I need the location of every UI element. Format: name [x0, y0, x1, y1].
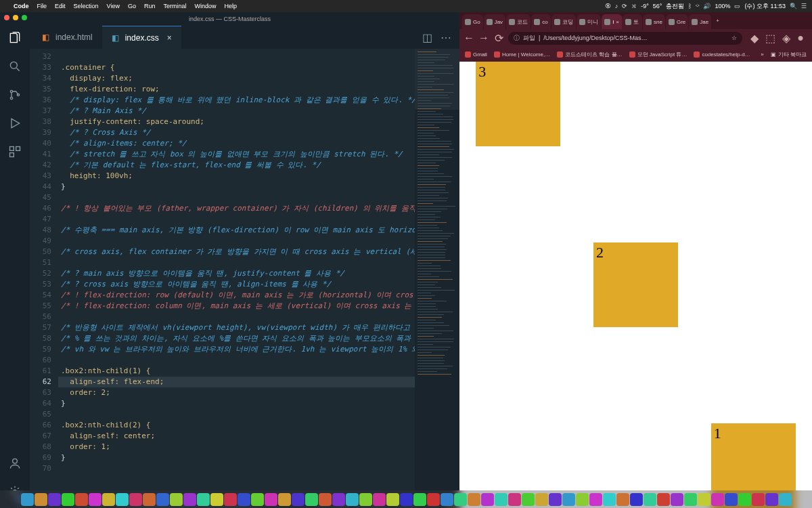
dock-app-icon[interactable] — [644, 493, 656, 506]
extension-icon[interactable]: ⬚ — [765, 32, 775, 45]
minimap[interactable] — [415, 49, 459, 494]
dock-app-icon[interactable] — [576, 493, 589, 506]
dock-app-icon[interactable] — [495, 493, 508, 506]
status-icon[interactable]: ♪ — [615, 3, 618, 9]
code-content[interactable]: .container { display: flex; flex-directi… — [58, 49, 459, 494]
dock-app-icon[interactable] — [413, 493, 426, 506]
dock-app-icon[interactable] — [373, 493, 386, 506]
dock-app-icon[interactable] — [332, 493, 345, 506]
run-debug-icon[interactable] — [8, 117, 22, 133]
dock-app-icon[interactable] — [170, 493, 183, 506]
dock-app-icon[interactable] — [779, 493, 792, 506]
menu-run[interactable]: Run — [144, 3, 156, 9]
back-button[interactable]: ← — [464, 33, 474, 43]
close-window-icon[interactable] — [4, 15, 9, 20]
dock-app-icon[interactable] — [589, 493, 602, 506]
wifi-icon[interactable]: ⌔ — [696, 3, 699, 9]
browser-tab[interactable]: 미니 — [577, 14, 602, 29]
search-icon[interactable] — [8, 60, 22, 76]
shuffle-icon[interactable]: ⤭ — [631, 3, 637, 9]
dock-app-icon[interactable] — [116, 493, 129, 506]
menu-terminal[interactable]: Terminal — [163, 3, 186, 9]
dock-app-icon[interactable] — [183, 493, 196, 506]
code-editor[interactable]: 3233343536373839404142434445464748495051… — [30, 49, 459, 494]
dock-app-icon[interactable] — [765, 493, 778, 506]
dock-app-icon[interactable] — [698, 493, 710, 506]
dock-app-icon[interactable] — [102, 493, 115, 506]
menu-go[interactable]: Go — [128, 3, 136, 9]
dock-app-icon[interactable] — [251, 493, 264, 506]
dock-app-icon[interactable] — [62, 493, 74, 506]
menu-window[interactable]: Window — [194, 3, 216, 9]
source-control-icon[interactable] — [8, 88, 22, 104]
bookmarks-overflow-icon[interactable]: » — [761, 51, 763, 58]
dock-app-icon[interactable] — [454, 493, 467, 506]
dock-app-icon[interactable] — [21, 493, 34, 506]
clock[interactable]: (수) 오후 11:53 — [744, 2, 786, 11]
dock-app-icon[interactable] — [197, 493, 210, 506]
explorer-icon[interactable] — [8, 31, 22, 47]
dock-app-icon[interactable] — [319, 493, 332, 506]
outdoor-temp[interactable]: 56° — [653, 3, 662, 9]
dock-app-icon[interactable] — [75, 493, 88, 506]
forward-button[interactable]: → — [478, 33, 489, 43]
browser-tab[interactable]: co — [531, 14, 551, 29]
address-bar[interactable]: ⓘ 파일 | /Users/teddyjung/Desktop/CSS-Mas…… — [508, 32, 742, 45]
volume-icon[interactable]: 🔊 — [703, 3, 710, 9]
close-tab-icon[interactable]: × — [616, 19, 619, 25]
dock-app-icon[interactable] — [468, 493, 480, 506]
star-icon[interactable]: ☆ — [731, 35, 737, 41]
bookmark-item[interactable]: ▣기타 북마크 — [771, 51, 807, 58]
extensions-icon[interactable] — [8, 145, 22, 161]
bookmark-item[interactable]: 모던 JavaScript 튜… — [629, 51, 687, 58]
new-tab-button[interactable]: + — [712, 18, 723, 24]
bookmark-item[interactable]: codestates/help-d… — [694, 51, 750, 58]
dock-app-icon[interactable] — [522, 493, 535, 506]
dock-app-icon[interactable] — [359, 493, 372, 506]
charging-label[interactable]: 충전됨 — [666, 2, 684, 11]
dock-app-icon[interactable] — [305, 493, 318, 506]
dock-app-icon[interactable] — [156, 493, 169, 506]
browser-tab[interactable]: 코드 — [506, 14, 531, 29]
dock-app-icon[interactable] — [441, 493, 453, 506]
more-actions-icon[interactable]: ⋯ — [441, 31, 451, 44]
spotlight-icon[interactable]: 🔍 — [790, 3, 797, 9]
menu-help[interactable]: Help — [224, 3, 237, 9]
bookmark-item[interactable]: Gmail — [465, 51, 487, 58]
reload-button[interactable]: ⟳ — [493, 33, 504, 43]
split-editor-icon[interactable]: ◫ — [422, 31, 432, 44]
dock-app-icon[interactable] — [400, 493, 413, 506]
macos-dock[interactable] — [0, 490, 812, 508]
bookmark-item[interactable]: 코드스테이츠 학습 플… — [557, 51, 622, 58]
battery-icon[interactable]: ▭ — [734, 3, 740, 9]
status-icon[interactable]: ⟳ — [622, 3, 627, 9]
dock-app-icon[interactable] — [481, 493, 494, 506]
control-center-icon[interactable]: ☰ — [801, 3, 807, 9]
profile-avatar[interactable]: ● — [797, 32, 804, 45]
app-name[interactable]: Code — [14, 3, 29, 9]
dock-app-icon[interactable] — [35, 493, 47, 506]
dock-app-icon[interactable] — [129, 493, 142, 506]
page-viewport[interactable]: 3 2 1 — [459, 62, 812, 508]
menu-file[interactable]: File — [37, 3, 47, 9]
traffic-lights[interactable] — [4, 15, 27, 20]
dock-app-icon[interactable] — [535, 493, 548, 506]
dock-app-icon[interactable] — [427, 493, 440, 506]
tab-index-html[interactable]: ◧ index.html — [32, 26, 102, 49]
extension-icon[interactable]: ◆ — [750, 32, 759, 45]
dock-app-icon[interactable] — [48, 493, 61, 506]
dock-app-icon[interactable] — [738, 493, 751, 506]
extension-icon[interactable]: ◈ — [782, 32, 790, 45]
dock-app-icon[interactable] — [292, 493, 304, 506]
menu-selection[interactable]: Selection — [74, 3, 99, 9]
dock-app-icon[interactable] — [143, 493, 156, 506]
dock-app-icon[interactable] — [508, 493, 521, 506]
dock-app-icon[interactable] — [671, 493, 683, 506]
menu-view[interactable]: View — [107, 3, 120, 9]
dock-app-icon[interactable] — [725, 493, 738, 506]
browser-tab[interactable]: Gre — [666, 14, 689, 29]
dock-app-icon[interactable] — [603, 493, 616, 506]
browser-tab[interactable]: Go — [462, 14, 484, 29]
browser-tab[interactable]: Jae — [689, 14, 712, 29]
dock-app-icon[interactable] — [210, 493, 223, 506]
